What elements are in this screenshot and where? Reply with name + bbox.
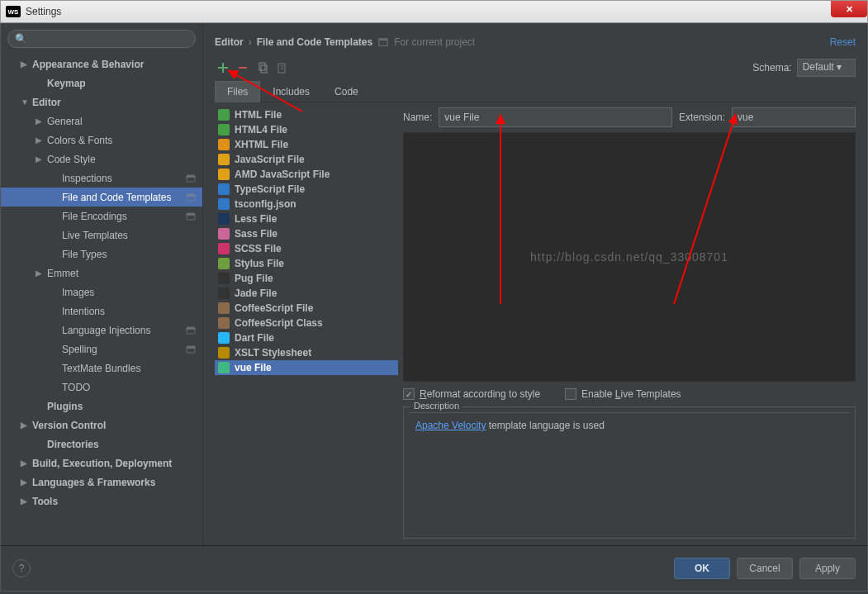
live-templates-checkbox[interactable]: Enable Live Templates — [565, 388, 681, 400]
tree-item[interactable]: TextMate Bundles — [1, 359, 202, 378]
filetype-icon — [218, 317, 230, 329]
tree-item[interactable]: Images — [1, 283, 202, 302]
tree-item[interactable]: File Encodings — [1, 207, 202, 226]
template-item[interactable]: HTML File — [215, 107, 398, 122]
template-item[interactable]: Less File — [215, 211, 398, 226]
description-text: Apache Velocity template language is use… — [409, 412, 850, 533]
template-code-editor[interactable]: http://blog.csdn.net/qq_33008701 — [403, 132, 856, 382]
tree-item[interactable]: ▶Tools — [1, 492, 202, 511]
extension-input[interactable] — [732, 107, 856, 127]
template-item[interactable]: JavaScript File — [215, 152, 398, 167]
filetype-icon — [218, 109, 230, 121]
tree-item[interactable]: Live Templates — [1, 226, 202, 245]
tab[interactable]: Files — [215, 81, 260, 102]
tree-item[interactable]: ▶Colors & Fonts — [1, 131, 202, 150]
tab[interactable]: Code — [322, 81, 371, 102]
tree-item[interactable]: Directories — [1, 435, 202, 454]
template-item[interactable]: CoffeeScript File — [215, 301, 398, 316]
template-item[interactable]: tsconfig.json — [215, 197, 398, 211]
tree-item[interactable]: Language Injections — [1, 321, 202, 340]
close-icon: ✕ — [846, 4, 853, 15]
tree-item[interactable]: ▶Version Control — [1, 416, 202, 435]
template-item[interactable]: XHTML File — [215, 137, 398, 152]
filetype-icon — [218, 302, 230, 314]
reset-link[interactable]: Reset — [830, 36, 856, 48]
search-icon: 🔍 — [15, 33, 27, 45]
filetype-icon — [218, 287, 230, 299]
settings-tree: ▶Appearance & BehaviorKeymap▼Editor▶Gene… — [1, 55, 202, 545]
filetype-icon — [218, 332, 230, 344]
filetype-icon — [218, 154, 230, 165]
svg-rect-13 — [261, 65, 267, 73]
description-title: Description — [410, 401, 462, 411]
tree-item[interactable]: Plugins — [1, 397, 202, 416]
tree-item[interactable]: ▶Appearance & Behavior — [1, 55, 202, 74]
copy-button[interactable] — [254, 59, 271, 76]
template-item[interactable]: CoffeeScript Class — [215, 316, 398, 330]
project-scope-icon — [377, 36, 389, 48]
main-panel: Editor › File and Code Templates For cur… — [203, 23, 867, 545]
remove-button[interactable] — [235, 59, 251, 76]
svg-rect-5 — [187, 213, 195, 216]
tree-item[interactable]: TODO — [1, 378, 202, 397]
tree-item[interactable]: Keymap — [1, 74, 202, 93]
svg-rect-9 — [187, 346, 195, 349]
tree-item[interactable]: ▶Build, Execution, Deployment — [1, 454, 202, 473]
schema-select[interactable]: Default ▾ — [797, 59, 856, 77]
filetype-icon — [218, 243, 230, 254]
name-input[interactable] — [439, 107, 672, 127]
add-button[interactable] — [215, 59, 231, 76]
template-icon — [277, 62, 288, 74]
template-button[interactable] — [274, 59, 291, 76]
cancel-button[interactable]: Cancel — [737, 558, 793, 579]
copy-icon — [257, 62, 268, 74]
apply-button[interactable]: Apply — [799, 558, 856, 579]
minus-icon — [237, 62, 249, 74]
window-title: Settings — [26, 6, 61, 17]
help-button[interactable]: ? — [12, 559, 31, 577]
watermark: http://blog.csdn.net/qq_33008701 — [530, 250, 728, 264]
svg-rect-3 — [187, 194, 195, 197]
template-item[interactable]: TypeScript File — [215, 182, 398, 197]
template-item[interactable]: Jade File — [215, 286, 398, 301]
tree-item[interactable]: Intentions — [1, 302, 202, 321]
template-item[interactable]: AMD JavaScript File — [215, 167, 398, 182]
tree-item[interactable]: File Types — [1, 245, 202, 264]
template-item[interactable]: Stylus File — [215, 256, 398, 271]
template-item[interactable]: HTML4 File — [215, 122, 398, 137]
template-item[interactable]: Dart File — [215, 330, 398, 345]
tree-item[interactable]: ▶Emmet — [1, 264, 202, 283]
template-item[interactable]: Sass File — [215, 226, 398, 241]
window-close-button[interactable]: ✕ — [831, 1, 867, 17]
description-group: Description Apache Velocity template lan… — [403, 406, 856, 539]
tree-item[interactable]: Spelling — [1, 340, 202, 359]
search-input[interactable]: 🔍 — [7, 30, 196, 48]
template-item[interactable]: Pug File — [215, 271, 398, 286]
velocity-link[interactable]: Apache Velocity — [415, 420, 486, 431]
tree-item[interactable]: Inspections — [1, 169, 202, 188]
breadcrumb-part: File and Code Templates — [257, 36, 372, 48]
project-scope-icon — [186, 173, 196, 183]
template-item[interactable]: SCSS File — [215, 241, 398, 256]
breadcrumb-sep: › — [249, 36, 252, 48]
template-item[interactable]: XSLT Stylesheet — [215, 345, 398, 360]
dialog-button-bar: ? OK Cancel Apply — [0, 545, 868, 592]
template-item[interactable]: vue File — [215, 360, 398, 375]
tree-item[interactable]: File and Code Templates — [1, 188, 202, 207]
template-list: HTML FileHTML4 FileXHTML FileJavaScript … — [215, 107, 398, 545]
tree-item[interactable]: ▶Code Style — [1, 150, 202, 169]
tree-item[interactable]: ▼Editor — [1, 93, 202, 112]
svg-rect-7 — [187, 327, 195, 330]
template-editor-pane: Name: Extension: http://blog.csdn.net/qq… — [403, 107, 856, 545]
plus-icon — [217, 62, 229, 74]
tree-item[interactable]: ▶Languages & Frameworks — [1, 473, 202, 492]
reformat-checkbox[interactable]: Reformat according to style — [403, 388, 540, 400]
tab[interactable]: Includes — [260, 81, 322, 102]
filetype-icon — [218, 183, 230, 195]
filetype-icon — [218, 258, 230, 269]
filetype-icon — [218, 139, 230, 150]
ok-button[interactable]: OK — [674, 558, 730, 579]
tree-item[interactable]: ▶General — [1, 112, 202, 131]
settings-sidebar: 🔍 ▶Appearance & BehaviorKeymap▼Editor▶Ge… — [1, 23, 203, 545]
filetype-icon — [218, 228, 230, 240]
